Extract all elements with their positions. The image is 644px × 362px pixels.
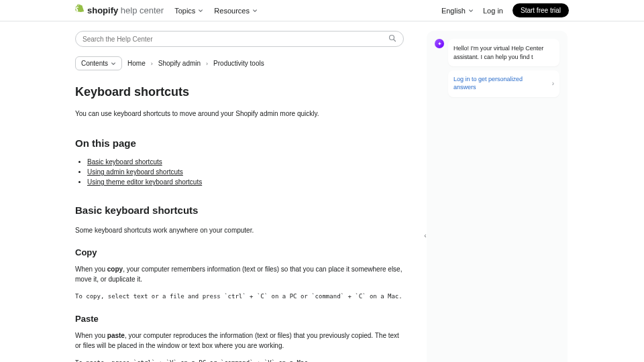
breadcrumb-admin[interactable]: Shopify admin	[158, 60, 201, 67]
page-container: Contents Home › Shopify admin › Producti…	[0, 21, 644, 362]
language-label: English	[441, 7, 466, 15]
copy-steps: To copy, select text or a file and press…	[75, 291, 404, 302]
chevron-down-icon	[111, 61, 116, 66]
toc-admin[interactable]: Using admin keyboard shortcuts	[87, 168, 183, 176]
breadcrumb: Contents Home › Shopify admin › Producti…	[75, 56, 404, 70]
contents-label: Contents	[81, 60, 108, 67]
search-icon	[388, 34, 396, 44]
svg-point-0	[390, 36, 394, 40]
copy-desc: When you copy, your computer remembers i…	[75, 264, 404, 284]
chevron-down-icon	[198, 8, 203, 13]
chevron-right-icon: ›	[552, 79, 554, 88]
contents-button[interactable]: Contents	[75, 56, 122, 70]
on-this-page-heading: On this page	[75, 137, 404, 149]
breadcrumb-productivity[interactable]: Productivity tools	[213, 60, 264, 67]
shopify-bag-icon	[75, 4, 85, 17]
paste-steps: To paste, press `ctrl` + `V` on a PC or …	[75, 357, 404, 363]
intro-text: You can use keyboard shortcuts to move a…	[75, 109, 404, 119]
page-title: Keyboard shortcuts	[75, 85, 404, 99]
shopify-logo[interactable]: shopify help center	[75, 4, 164, 17]
collapse-panel-button[interactable]: ‹	[422, 229, 429, 241]
nav-resources-label: Resources	[214, 7, 250, 15]
login-link[interactable]: Log in	[483, 7, 503, 15]
header-right: English Log in Start free trial	[441, 3, 569, 17]
search-box[interactable]	[75, 31, 404, 47]
breadcrumb-home[interactable]: Home	[127, 60, 146, 67]
toc-theme[interactable]: Using theme editor keyboard shortcuts	[87, 178, 202, 186]
assistant-panel: ‹ ✦ Hello! I'm your virtual Help Center …	[427, 31, 568, 362]
nav-resources[interactable]: Resources	[214, 7, 258, 15]
header-left: shopify help center Topics Resources	[75, 4, 258, 17]
nav-topics-label: Topics	[174, 7, 195, 15]
search-input[interactable]	[83, 36, 388, 43]
start-trial-button[interactable]: Start free trial	[513, 3, 569, 17]
logo-text: shopify help center	[87, 5, 164, 15]
chevron-down-icon	[468, 8, 474, 13]
basic-shortcuts-text: Some keyboard shortcuts work anywhere on…	[75, 225, 404, 235]
top-header: shopify help center Topics Resources Eng…	[0, 0, 644, 21]
paste-heading: Paste	[75, 314, 404, 324]
paste-desc: When you paste, your computer reproduces…	[75, 330, 404, 351]
login-label: Log in	[483, 7, 503, 15]
basic-shortcuts-heading: Basic keyboard shortcuts	[75, 204, 404, 216]
main-content: Contents Home › Shopify admin › Producti…	[75, 31, 404, 362]
assistant-message: ✦ Hello! I'm your virtual Help Center as…	[435, 39, 559, 70]
chevron-down-icon	[252, 8, 258, 13]
assistant-avatar-icon: ✦	[435, 39, 444, 48]
copy-heading: Copy	[75, 247, 404, 257]
nav-topics[interactable]: Topics	[174, 7, 203, 15]
assistant-login-cta[interactable]: Log in to get personalized answers ›	[448, 70, 559, 97]
assistant-bubble: Hello! I'm your virtual Help Center assi…	[448, 39, 559, 66]
language-switcher[interactable]: English	[441, 7, 474, 15]
login-cta-label: Log in to get personalized answers	[453, 76, 534, 91]
chevron-right-icon: ›	[206, 60, 208, 67]
chevron-right-icon: ›	[151, 60, 153, 67]
table-of-contents: Basic keyboard shortcuts Using admin key…	[75, 158, 404, 186]
toc-basic[interactable]: Basic keyboard shortcuts	[87, 158, 162, 166]
